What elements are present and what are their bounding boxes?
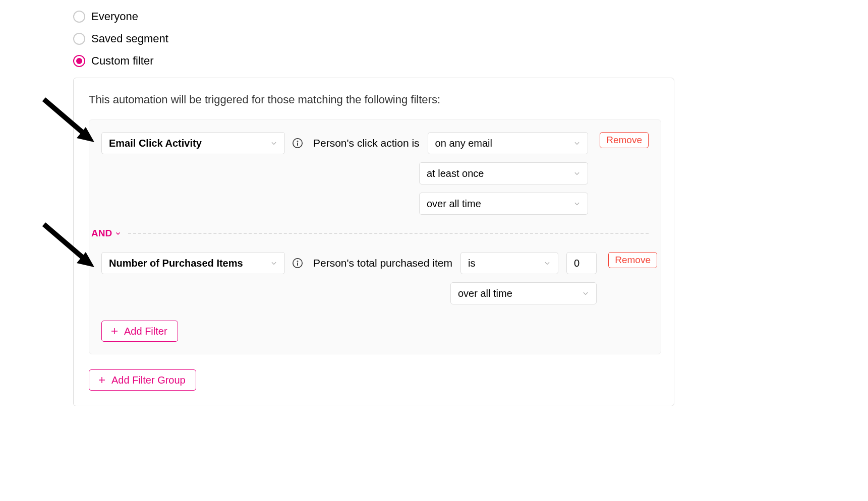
- criteria-line-3: over all time: [313, 193, 588, 215]
- criteria-label: Person's click action is: [313, 137, 420, 149]
- info-icon[interactable]: [292, 138, 303, 149]
- criteria-select-timeframe[interactable]: over all time: [450, 282, 597, 304]
- svg-rect-4: [297, 143, 298, 146]
- remove-col: Remove: [607, 252, 657, 268]
- add-filter-button[interactable]: Add Filter: [101, 321, 178, 342]
- filter-attr-col: Email Click Activity: [101, 132, 303, 154]
- add-filter-wrap: Add Filter: [89, 304, 661, 342]
- criteria-value-input[interactable]: 0: [566, 252, 597, 274]
- filter-panel: This automation will be triggered for th…: [73, 78, 674, 406]
- filter-row-1: Email Click Activity Person's click acti…: [89, 132, 661, 215]
- svg-point-3: [297, 141, 299, 142]
- filter-row-2: Number of Purchased Items Person's total…: [89, 252, 661, 304]
- criteria-label: Person's total purchased item: [313, 257, 452, 269]
- info-icon[interactable]: [292, 258, 303, 269]
- criteria-select-frequency[interactable]: at least once: [419, 162, 588, 184]
- criteria-select-operator[interactable]: is: [460, 252, 558, 274]
- targeting-radio-group: Everyone Saved segment Custom filter: [73, 10, 868, 68]
- chevron-down-icon: [115, 230, 121, 236]
- criteria-select-email-scope[interactable]: on any email: [428, 132, 588, 154]
- criteria-col: Person's total purchased item is 0 over …: [313, 252, 597, 304]
- radio-label-saved-segment: Saved segment: [91, 32, 168, 45]
- chevron-down-icon: [573, 170, 581, 177]
- radio-option-custom-filter[interactable]: Custom filter: [73, 54, 868, 68]
- filter-attr-col: Number of Purchased Items: [101, 252, 303, 274]
- chevron-down-icon: [270, 260, 277, 267]
- divider-line: [128, 233, 649, 234]
- chevron-down-icon: [573, 140, 581, 147]
- operator-toggle[interactable]: AND: [91, 228, 128, 239]
- chevron-down-icon: [270, 140, 277, 147]
- add-filter-group-button[interactable]: Add Filter Group: [89, 369, 196, 391]
- remove-filter-button[interactable]: Remove: [608, 252, 657, 268]
- plus-icon: [97, 375, 106, 385]
- svg-point-6: [297, 261, 299, 262]
- add-group-wrap: Add Filter Group: [89, 369, 661, 391]
- criteria-line-1: Person's total purchased item is 0: [313, 252, 597, 274]
- criteria-line-2: over all time: [313, 282, 597, 304]
- criteria-line-1: Person's click action is on any email: [313, 132, 588, 154]
- radio-option-everyone[interactable]: Everyone: [73, 10, 868, 23]
- filter-attribute-text: Number of Purchased Items: [109, 258, 243, 269]
- operator-label: AND: [91, 228, 112, 239]
- radio-label-everyone: Everyone: [91, 10, 138, 23]
- remove-filter-button[interactable]: Remove: [600, 132, 649, 148]
- filter-attribute-text: Email Click Activity: [109, 138, 202, 149]
- chevron-down-icon: [573, 200, 581, 207]
- radio-label-custom-filter: Custom filter: [91, 54, 153, 68]
- remove-col: Remove: [598, 132, 649, 148]
- chevron-down-icon: [544, 260, 551, 267]
- filter-attribute-select[interactable]: Number of Purchased Items: [101, 252, 285, 274]
- chevron-down-icon: [582, 290, 589, 297]
- svg-rect-7: [297, 263, 298, 266]
- criteria-select-timeframe[interactable]: over all time: [419, 193, 588, 215]
- radio-circle: [73, 11, 85, 23]
- filter-group: Email Click Activity Person's click acti…: [89, 119, 661, 354]
- panel-intro-text: This automation will be triggered for th…: [89, 93, 661, 106]
- criteria-line-2: at least once: [313, 162, 588, 184]
- and-separator: AND: [89, 215, 661, 252]
- radio-option-saved-segment[interactable]: Saved segment: [73, 32, 868, 45]
- radio-circle-selected: [73, 55, 85, 67]
- criteria-col: Person's click action is on any email at…: [313, 132, 588, 215]
- radio-circle: [73, 33, 85, 45]
- filter-attribute-select[interactable]: Email Click Activity: [101, 132, 285, 154]
- plus-icon: [110, 327, 119, 336]
